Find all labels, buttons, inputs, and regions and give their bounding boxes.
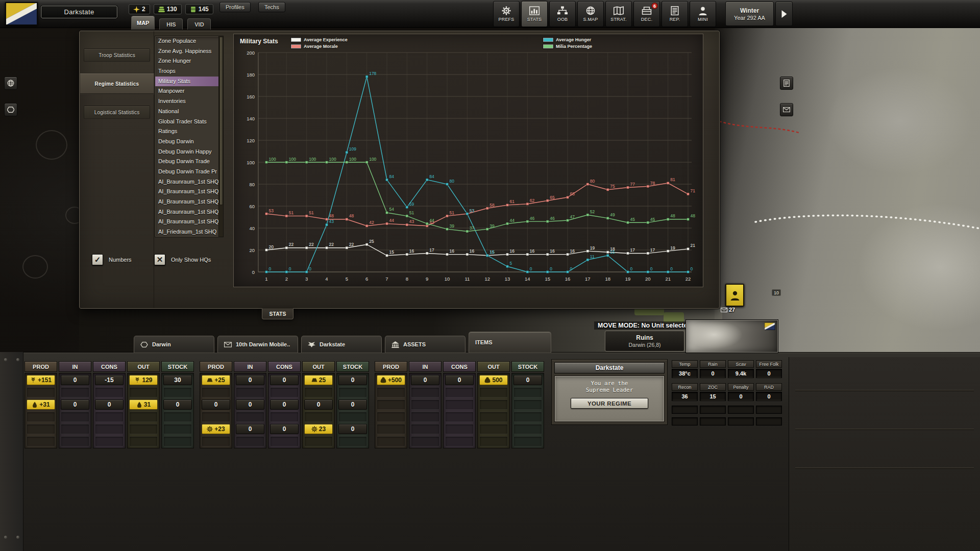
resource-cell[interactable]: +23	[202, 424, 230, 434]
nav-prefs-button[interactable]: PREFS	[493, 1, 520, 27]
svg-text:19: 19	[670, 245, 675, 251]
resource-cell[interactable]: 0	[61, 399, 89, 410]
profiles-button[interactable]: Profiles	[219, 2, 251, 12]
resource-cell[interactable]: -15	[95, 375, 124, 385]
nav-oob-button[interactable]: OOB	[549, 1, 576, 27]
list-item-inventories[interactable]: Inventories	[155, 96, 223, 107]
resource-cell[interactable]: 0	[411, 375, 439, 385]
scrollbar-thumb[interactable]	[219, 37, 223, 205]
map-tool-button[interactable]	[4, 103, 17, 116]
list-scrollbar[interactable]	[218, 36, 223, 237]
svg-text:15: 15	[489, 249, 495, 255]
resource-slot-empty	[411, 399, 439, 410]
resource-cell-value: 23	[319, 425, 326, 433]
list-item-military-stats[interactable]: Military Stats	[155, 77, 223, 87]
nav-s-map-button[interactable]: S.MAP	[577, 1, 604, 27]
techs-button[interactable]: Techs	[258, 2, 285, 12]
list-item-debug-darwin[interactable]: Debug Darwin	[155, 137, 223, 147]
list-item-debug-darwin-happy[interactable]: Debug Darwin Happy	[155, 147, 223, 157]
nav-rep-button[interactable]: REP.	[662, 1, 688, 27]
svg-text:16: 16	[470, 248, 475, 254]
resource-cell[interactable]: +31	[27, 399, 55, 410]
resource-cell[interactable]: 0	[236, 399, 264, 410]
list-item-zone-hunger[interactable]: Zone Hunger	[155, 56, 223, 66]
resource-cell[interactable]: 0	[445, 375, 474, 385]
end-turn-button[interactable]	[775, 2, 793, 26]
list-item-ai-braunraum-1st-shq[interactable]: AI_Braunraum_1st SHQ	[155, 217, 223, 227]
resource-political-points[interactable]: 2	[129, 4, 150, 14]
resource-cell[interactable]: 0	[304, 399, 333, 410]
bottom-tab-darkstate[interactable]: Darkstate	[301, 336, 382, 353]
tab-his[interactable]: HIS	[159, 18, 183, 30]
resource-cell[interactable]: 0	[513, 375, 542, 385]
sidebar-item-regime-statistics[interactable]: Regime Statistics	[80, 73, 154, 94]
resource-cell[interactable]: 0	[202, 399, 230, 410]
resource-cell[interactable]: +25	[202, 375, 230, 385]
tab-map[interactable]: MAP	[131, 16, 155, 30]
bottom-tab-items[interactable]: ITEMS	[469, 332, 551, 353]
list-item-global-trader-stats[interactable]: Global Trader Stats	[155, 117, 223, 127]
only-show-hqs-checkbox[interactable]: ✕	[154, 254, 165, 265]
resource-cell[interactable]: 0	[236, 424, 264, 434]
bottom-tab-darwin[interactable]: Darwin	[134, 336, 214, 353]
resource-credits[interactable]: 130	[154, 4, 182, 14]
list-item-ai-friedraum-1st-shq[interactable]: AI_Friedraum_1st SHQ	[155, 227, 223, 237]
hex-icon	[140, 341, 148, 348]
stats-window-tab[interactable]: STATS	[262, 308, 293, 319]
sidebar-item-logistical-statistics[interactable]: Logistical Statistics	[84, 106, 150, 119]
location-panel[interactable]: Ruins Darwin (26,8)	[605, 331, 684, 352]
water-icon	[32, 402, 38, 408]
tab-vid[interactable]: VID	[187, 18, 211, 30]
svg-text:84: 84	[429, 174, 434, 179]
nav-strat-button[interactable]: STRAT.	[605, 1, 632, 27]
resource-cell[interactable]: 0	[338, 375, 367, 385]
resource-cell[interactable]: 0	[95, 399, 124, 410]
list-item-ai-braunraum-1st-shq[interactable]: AI_Braunraum_1st SHQ	[155, 187, 223, 197]
resource-fuel[interactable]: 145	[185, 4, 213, 14]
list-item-ai-braunraum-1st-shq[interactable]: AI_Braunraum_1st SHQ	[155, 177, 223, 187]
bottom-tab-10th-darwin-mobile[interactable]: 10th Darwin Mobile..	[217, 336, 298, 353]
year-label: Year 292 AA	[734, 15, 765, 21]
svg-text:22: 22	[289, 242, 294, 247]
numbers-checkbox[interactable]: ✓	[92, 254, 103, 265]
resource-cell[interactable]: 30	[163, 375, 192, 385]
nav-mini-button[interactable]: MINI	[690, 1, 716, 27]
list-item-ai-braunraum-1st-shq[interactable]: AI_Braunraum_1st SHQ	[155, 197, 223, 207]
resource-cell[interactable]: 0	[270, 399, 299, 410]
list-item-zone-avg-happiness[interactable]: Zone Avg. Happiness	[155, 46, 223, 57]
env-empty-slot	[756, 406, 782, 414]
resource-cell[interactable]: 0	[236, 375, 264, 385]
resource-cell[interactable]: 0	[61, 375, 89, 385]
resource-cell[interactable]: 0	[270, 375, 299, 385]
map-unit-counter[interactable]	[725, 284, 744, 307]
nav-dec-button[interactable]: 6DEC.	[633, 1, 660, 27]
map-tool-button[interactable]	[780, 103, 793, 116]
bottom-tab-assets[interactable]: ASSETS	[385, 336, 465, 353]
resource-cell[interactable]: 129	[129, 375, 158, 385]
list-item-debug-darwin-trade[interactable]: Debug Darwin Trade	[155, 157, 223, 167]
resource-cell[interactable]: 31	[129, 399, 158, 410]
list-item-national[interactable]: National	[155, 107, 223, 117]
sidebar-item-troop-statistics[interactable]: Troop Statistics	[84, 48, 150, 62]
resource-cell[interactable]: 0	[163, 399, 192, 410]
list-item-manpower[interactable]: Manpower	[155, 86, 223, 96]
your-regime-button[interactable]: YOUR REGIME	[571, 398, 648, 409]
resource-cell[interactable]: +500	[377, 375, 405, 385]
resource-cell[interactable]: 0	[270, 424, 299, 434]
resource-cell[interactable]: 0	[338, 424, 367, 434]
regime-flag[interactable]	[5, 2, 38, 26]
list-item-zone-populace[interactable]: Zone Populace	[155, 36, 223, 46]
resource-cell[interactable]: 23	[304, 424, 333, 434]
resource-cell[interactable]: 0	[338, 399, 367, 410]
map-tool-button[interactable]	[4, 77, 17, 90]
list-item-troops[interactable]: Troops	[155, 66, 223, 77]
resource-cell[interactable]: +151	[27, 375, 55, 385]
list-item-ratings[interactable]: Ratings	[155, 127, 223, 137]
list-item-ai-braunraum-1st-shq[interactable]: AI_Braunraum_1st SHQ	[155, 207, 223, 217]
list-item-debug-darwin-trade-pr[interactable]: Debug Darwin Trade Pr	[155, 167, 223, 177]
resource-cell[interactable]: 500	[479, 375, 508, 385]
map-tool-button[interactable]	[780, 77, 793, 90]
nav-stats-button[interactable]: STATS	[521, 1, 548, 27]
resource-cell[interactable]: 25	[304, 375, 333, 385]
svg-text:100: 100	[247, 160, 255, 165]
